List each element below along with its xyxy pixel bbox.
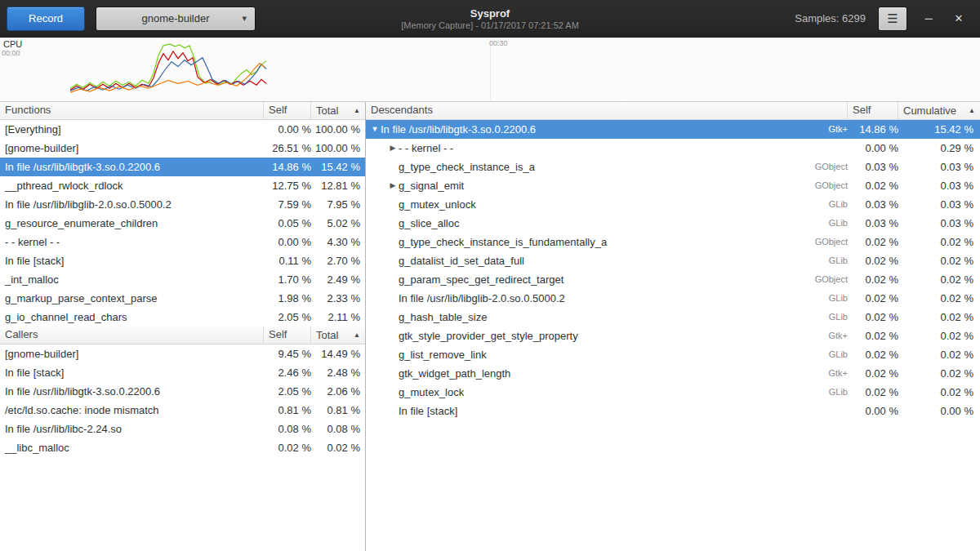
cumulative-percent: 0.02 % — [903, 251, 980, 270]
left-panel: Functions Self Total ▲ [Everything]0.00 … — [0, 102, 366, 551]
samples-count: Samples: 6299 — [795, 12, 866, 24]
self-percent: 0.02 % — [858, 270, 903, 289]
table-row[interactable]: g_markup_parse_context_parse1.98 %2.33 % — [0, 289, 365, 308]
sort-indicator-icon: ▲ — [354, 103, 360, 119]
column-header-functions[interactable]: Functions — [0, 102, 264, 119]
minimize-button[interactable]: ─ — [920, 12, 938, 24]
function-name: g_signal_emit — [399, 176, 815, 195]
table-row[interactable]: [Everything]0.00 %100.00 % — [0, 120, 365, 139]
table-row[interactable]: /etc/ld.so.cache: inode mismatch0.81 %0.… — [0, 401, 365, 420]
tree-row[interactable]: g_list_remove_linkGLib0.02 %0.02 % — [366, 345, 980, 364]
function-name: In file [stack] — [399, 402, 848, 420]
table-row[interactable]: In file /usr/lib/libc-2.24.so0.08 %0.08 … — [0, 420, 365, 438]
table-row[interactable]: _int_malloc1.70 %2.49 % — [0, 270, 365, 289]
tree-row[interactable]: gtk_style_provider_get_style_propertyGtk… — [366, 327, 980, 345]
function-name: - - kernel - - — [399, 139, 848, 158]
function-name: In file /usr/lib/libc-2.24.so — [0, 420, 270, 438]
main-content: Functions Self Total ▲ [Everything]0.00 … — [0, 102, 980, 551]
total-percent: 12.81 % — [314, 176, 365, 195]
table-row[interactable]: g_io_channel_read_chars2.05 %2.11 % — [0, 308, 365, 327]
total-percent: 2.11 % — [314, 308, 365, 327]
function-name: In file [stack] — [0, 251, 270, 270]
column-header-total-label: Total — [316, 103, 338, 119]
table-row[interactable]: In file [stack]0.11 %2.70 % — [0, 251, 365, 270]
function-name: In file /usr/lib/libgtk-3.so.0.2200.6 — [0, 158, 270, 176]
tree-row[interactable]: g_mutex_lockGLib0.02 %0.02 % — [366, 383, 980, 402]
tree-row[interactable]: g_datalist_id_set_data_fullGLib0.02 %0.0… — [366, 251, 980, 270]
tree-row[interactable]: g_slice_allocGLib0.03 %0.03 % — [366, 214, 980, 233]
tree-row[interactable]: g_mutex_unlockGLib0.03 %0.03 % — [366, 195, 980, 214]
column-header-callers[interactable]: Callers — [0, 327, 264, 344]
column-header-self[interactable]: Self — [264, 102, 311, 119]
total-percent: 7.95 % — [314, 195, 365, 214]
table-row[interactable]: In file /usr/lib/libgtk-3.so.0.2200.614.… — [0, 158, 365, 176]
function-name: g_slice_alloc — [399, 214, 829, 233]
tree-row[interactable]: g_type_check_instance_is_fundamentally_a… — [366, 233, 980, 251]
tree-row[interactable]: gtk_widget_path_lengthGtk+0.02 %0.02 % — [366, 364, 980, 383]
table-row[interactable]: In file /usr/lib/libglib-2.0.so.0.5000.2… — [0, 195, 365, 214]
expander-icon[interactable]: ▼ — [369, 120, 381, 139]
self-percent: 0.02 % — [858, 383, 903, 402]
total-percent: 5.02 % — [314, 214, 365, 233]
self-percent: 14.86 % — [270, 158, 314, 176]
tree-row[interactable]: In file /usr/lib/libglib-2.0.so.0.5000.2… — [366, 289, 980, 308]
total-percent: 2.33 % — [314, 289, 365, 308]
expander-icon[interactable]: ▶ — [387, 139, 399, 158]
record-button[interactable]: Record — [7, 7, 85, 31]
tree-row[interactable]: g_type_check_instance_is_aGObject0.03 %0… — [366, 158, 980, 176]
cumulative-percent: 0.00 % — [903, 402, 980, 420]
library-tag: Gtk+ — [828, 120, 858, 139]
self-percent: 12.75 % — [270, 176, 314, 195]
self-percent: 0.00 % — [270, 233, 314, 251]
tree-row[interactable]: g_hash_table_sizeGLib0.02 %0.02 % — [366, 308, 980, 327]
tree-row[interactable]: g_param_spec_get_redirect_targetGObject0… — [366, 270, 980, 289]
library-tag: GLib — [829, 345, 858, 364]
function-name: /etc/ld.so.cache: inode mismatch — [0, 401, 270, 420]
sort-indicator-icon: ▲ — [354, 327, 360, 344]
table-row[interactable]: In file /usr/lib/libgtk-3.so.0.2200.62.0… — [0, 382, 365, 401]
self-percent: 1.98 % — [270, 289, 314, 308]
cumulative-percent: 0.03 % — [903, 214, 980, 233]
function-name: g_hash_table_size — [399, 308, 829, 327]
library-tag: Gtk+ — [828, 327, 858, 345]
tree-row[interactable]: ▼In file /usr/lib/libgtk-3.so.0.2200.6Gt… — [366, 120, 980, 139]
function-name: - - kernel - - — [0, 233, 270, 251]
descendants-tree: ▼In file /usr/lib/libgtk-3.so.0.2200.6Gt… — [366, 120, 980, 420]
column-header-total[interactable]: Total ▲ — [311, 327, 365, 344]
column-header-total[interactable]: Total ▲ — [311, 102, 365, 119]
table-row[interactable]: In file [stack]2.46 %2.48 % — [0, 363, 365, 382]
tree-row[interactable]: ▶g_signal_emitGObject0.02 %0.03 % — [366, 176, 980, 195]
cumulative-percent: 0.29 % — [903, 139, 980, 158]
library-tag: GObject — [815, 270, 858, 289]
library-tag: GObject — [815, 158, 858, 176]
self-percent: 0.00 % — [858, 139, 903, 158]
table-row[interactable]: g_resource_enumerate_children0.05 %5.02 … — [0, 214, 365, 233]
self-percent: 14.86 % — [858, 120, 903, 139]
functions-list: [Everything]0.00 %100.00 %[gnome-builder… — [0, 120, 365, 327]
menu-button[interactable]: ☰ — [878, 7, 907, 31]
tree-row[interactable]: ▶- - kernel - -0.00 %0.29 % — [366, 139, 980, 158]
table-row[interactable]: [gnome-builder]9.45 %14.49 % — [0, 344, 365, 363]
column-header-self[interactable]: Self — [264, 327, 311, 344]
function-name: [Everything] — [0, 120, 270, 139]
tree-row[interactable]: In file [stack]0.00 %0.00 % — [366, 402, 980, 420]
total-percent: 0.08 % — [314, 420, 365, 438]
cpu-label: CPU — [3, 39, 22, 49]
library-tag: GObject — [815, 233, 858, 251]
total-percent: 0.02 % — [314, 438, 365, 457]
target-dropdown[interactable]: gnome-builder ▾ — [96, 7, 256, 31]
table-row[interactable]: - - kernel - -0.00 %4.30 % — [0, 233, 365, 251]
table-row[interactable]: __pthread_rwlock_rdlock12.75 %12.81 % — [0, 176, 365, 195]
self-percent: 0.11 % — [270, 251, 314, 270]
expander-icon[interactable]: ▶ — [387, 176, 399, 195]
column-header-cumulative[interactable]: Cumulative ▲ — [898, 102, 980, 119]
function-name: __pthread_rwlock_rdlock — [0, 176, 270, 195]
self-percent: 0.02 % — [270, 438, 314, 457]
cpu-graph[interactable]: CPU 00:00 00:30 — [0, 38, 980, 102]
table-row[interactable]: [gnome-builder]26.51 %100.00 % — [0, 139, 365, 158]
column-header-self[interactable]: Self — [848, 102, 898, 119]
column-header-descendants[interactable]: Descendants — [366, 102, 848, 119]
table-row[interactable]: __libc_malloc0.02 %0.02 % — [0, 438, 365, 457]
close-button[interactable]: ✕ — [950, 12, 968, 24]
cumulative-percent: 0.02 % — [903, 327, 980, 345]
